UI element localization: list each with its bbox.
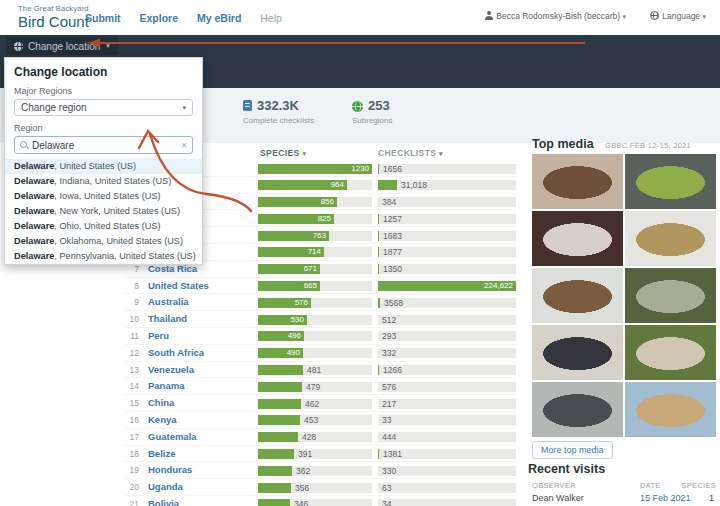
checklists-bar-fill <box>378 164 379 174</box>
checklists-bar-fill <box>378 298 380 308</box>
species-value: 346 <box>294 499 308 506</box>
change-location-button[interactable]: Change location ▾ <box>6 37 118 55</box>
media-photo-killdeer-in-grass[interactable] <box>625 325 716 380</box>
checklists-value: 384 <box>382 197 396 207</box>
person-icon <box>485 11 493 20</box>
search-icon <box>20 141 28 149</box>
header-right: Becca Rodomsky-Bish (beccarb) ▾ Language… <box>463 11 706 21</box>
country-link[interactable]: Honduras <box>148 462 192 479</box>
country-link[interactable]: United States <box>148 278 209 295</box>
species-bar-fill <box>258 466 292 476</box>
location-result[interactable]: Delaware, Oklahoma, United States (US) <box>5 234 202 249</box>
clear-icon[interactable]: × <box>181 140 187 151</box>
user-menu[interactable]: Becca Rodomsky-Bish (beccarb) ▾ <box>485 11 626 21</box>
globe-icon <box>14 42 23 51</box>
species-bar: 481 <box>258 365 372 375</box>
country-link[interactable]: Thailand <box>148 311 187 328</box>
region-search-input[interactable] <box>32 140 177 151</box>
date-column-header: DATE <box>640 481 661 490</box>
major-regions-label: Major Regions <box>14 86 193 96</box>
media-photo-horned-lark-on-snow[interactable] <box>625 211 716 266</box>
rank-number: 19 <box>125 462 139 479</box>
table-row: 13Venezuela4811266 <box>125 362 516 379</box>
country-link[interactable]: Venezuela <box>148 362 194 379</box>
rank-number: 17 <box>125 429 139 446</box>
species-bar-fill: 496 <box>258 331 304 341</box>
checklists-bar: 33 <box>378 415 516 425</box>
checklists-value: 63 <box>382 483 391 493</box>
location-result[interactable]: Delaware, Iowa, United States (US) <box>5 189 202 204</box>
media-photo-chickadee-on-pinecone[interactable] <box>532 268 623 323</box>
country-link[interactable]: Peru <box>148 328 169 345</box>
country-link[interactable]: Guatemala <box>148 429 197 446</box>
media-photo-starling-on-log[interactable] <box>532 325 623 380</box>
checklists-value: 1257 <box>383 214 402 224</box>
country-link[interactable]: South Africa <box>148 345 204 362</box>
nav-help[interactable]: Help <box>260 12 282 24</box>
media-photo-pale-bird-dark-red-background[interactable] <box>532 211 623 266</box>
table-row: 11Peru496293 <box>125 328 516 345</box>
chevron-down-icon: ▾ <box>702 13 706 20</box>
change-region-select[interactable]: Change region ▾ <box>14 99 193 116</box>
chevron-down-icon: ▾ <box>622 13 626 20</box>
species-bar-fill: 665 <box>258 281 320 291</box>
species-bar-fill: 856 <box>258 197 337 207</box>
media-photo-kinglet-on-branch[interactable] <box>625 268 716 323</box>
species-value: 856 <box>321 197 334 207</box>
species-bar-fill: 490 <box>258 348 303 358</box>
table-row: 9Australia5763568 <box>125 294 516 311</box>
checklists-bar: 332 <box>378 348 516 358</box>
location-result[interactable]: Delaware, New York, United States (US) <box>5 204 202 219</box>
nav-explore[interactable]: Explore <box>140 12 179 24</box>
species-value: 671 <box>304 264 317 274</box>
checklists-value: 3568 <box>384 298 403 308</box>
species-bar: 391 <box>258 449 372 459</box>
table-row: 16Kenya45333 <box>125 412 516 429</box>
checklists-value: 1266 <box>383 365 402 375</box>
country-link[interactable]: Australia <box>148 294 189 311</box>
visit-date-link[interactable]: 15 Feb 2021 <box>640 493 691 503</box>
location-toolbar: Change location ▾ <box>0 35 720 57</box>
country-link[interactable]: Uganda <box>148 479 183 496</box>
location-result[interactable]: Delaware, Indiana, United States (US) <box>5 174 202 189</box>
sort-species-header[interactable]: SPECIES ▾ <box>260 148 306 158</box>
gbbc-logo[interactable]: The Great Backyard Bird Count <box>18 4 89 30</box>
media-photo-blue-headed-green-bird[interactable] <box>625 154 716 209</box>
country-link[interactable]: Belize <box>148 446 175 463</box>
sort-checklists-header[interactable]: CHECKLISTS ▾ <box>378 148 443 158</box>
species-bar: 964 <box>258 180 372 190</box>
observer-column-header: OBSERVER <box>532 481 576 490</box>
checklists-bar: 1381 <box>378 449 516 459</box>
checklists-bar: 217 <box>378 399 516 409</box>
more-top-media-button[interactable]: More top media <box>532 441 613 459</box>
species-value: 763 <box>313 231 326 241</box>
species-value: 362 <box>296 466 310 476</box>
media-photo-red-crowned-bird-on-trunk[interactable] <box>532 154 623 209</box>
location-result[interactable]: Delaware, Pennsylvania, United States (U… <box>5 249 202 264</box>
country-link[interactable]: Bolivia <box>148 496 179 506</box>
species-bar-fill <box>258 399 301 409</box>
location-result[interactable]: Delaware, United States (US) <box>5 159 202 174</box>
country-link[interactable]: Kenya <box>148 412 177 429</box>
region-label: Region <box>14 123 193 133</box>
table-row: 15China462217 <box>125 395 516 412</box>
checklists-bar: 224,622 <box>378 281 516 291</box>
language-menu[interactable]: Language ▾ <box>650 11 706 21</box>
checklists-bar: 512 <box>378 315 516 325</box>
stat-subregions: 253 Subregions <box>352 96 392 125</box>
location-result[interactable]: Delaware, Ohio, United States (US) <box>5 219 202 234</box>
media-photo-pale-bird-blue-sky[interactable] <box>625 382 716 437</box>
checklists-bar: 384 <box>378 197 516 207</box>
species-bar: 490 <box>258 348 372 358</box>
country-link[interactable]: China <box>148 395 174 412</box>
country-link[interactable]: Panama <box>148 378 184 395</box>
checklists-value: 224,622 <box>484 281 513 291</box>
nav-submit[interactable]: Submit <box>85 12 121 24</box>
chevron-down-icon: ▾ <box>106 42 110 50</box>
checklists-bar-fill <box>378 231 379 241</box>
species-bar: 462 <box>258 399 372 409</box>
species-value: 665 <box>304 281 317 291</box>
globe-icon <box>352 101 363 112</box>
nav-my-ebird[interactable]: My eBird <box>197 12 241 24</box>
media-photo-junco-in-snowy-branches[interactable] <box>532 382 623 437</box>
